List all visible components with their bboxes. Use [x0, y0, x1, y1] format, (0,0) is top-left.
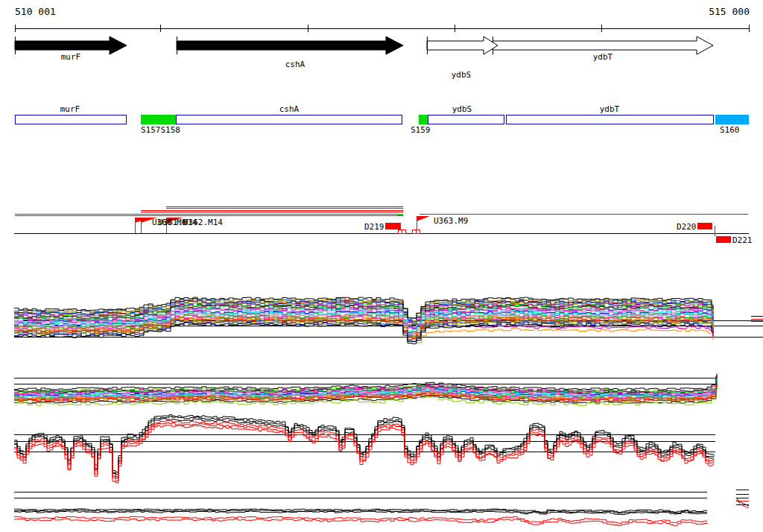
gene-box-murF[interactable] [15, 115, 127, 124]
gene-box-label-cshA: cshA [279, 105, 300, 113]
genome-browser-view: 510 001 515 000 murFcshAydbTydbSmurFcshA… [0, 0, 763, 532]
gene-arrow-label-murF: murF [61, 53, 81, 61]
segment-box-S157S158[interactable] [141, 115, 176, 124]
gene-box-ydbT[interactable] [506, 115, 714, 124]
gene-box-label-ydbT: ydbT [600, 105, 620, 113]
gene-box-ydbS[interactable] [428, 115, 504, 124]
probe-label-D221: D221 [732, 236, 753, 244]
probe-label-U363.M9: U363.M9 [434, 217, 468, 225]
segment-box-S160[interactable] [715, 115, 749, 124]
gene-arrow-label-cshA: cshA [285, 60, 305, 69]
gene-box-label-ydbS: ydbS [452, 105, 472, 113]
probe-label-D219: D219 [364, 223, 384, 231]
probe-label-D220: D220 [677, 223, 697, 231]
probe-label-U362.M14: U362.M14 [183, 218, 223, 227]
segment-label-S157S158: S157S158 [141, 126, 180, 134]
segment-label-S159: S159 [411, 126, 431, 134]
segment-label-S160: S160 [720, 126, 740, 134]
labels-overlay: murFcshAydbTydbSmurFcshAydbSydbTS157S158… [0, 0, 763, 532]
segment-box-S159[interactable] [419, 115, 428, 124]
gene-arrow-label-ydbS: ydbS [452, 71, 472, 79]
gene-arrow-label-ydbT: ydbT [593, 53, 613, 61]
gene-box-cshA[interactable] [176, 115, 402, 124]
gene-box-label-murF: murF [60, 105, 80, 113]
